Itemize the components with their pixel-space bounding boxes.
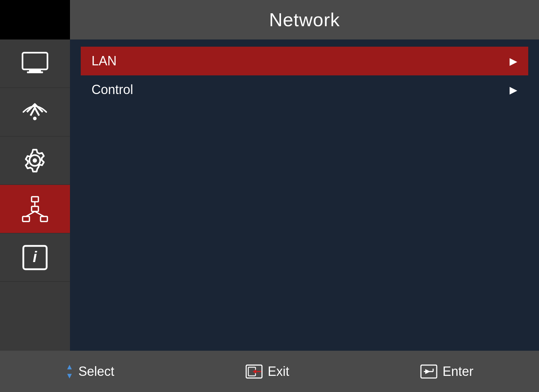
monitor-icon xyxy=(20,48,50,79)
select-action[interactable]: ▲ ▼ Select xyxy=(66,363,114,380)
svg-marker-17 xyxy=(253,369,256,374)
sidebar-item-signal[interactable] xyxy=(0,88,70,136)
svg-rect-3 xyxy=(23,53,47,69)
content-area: LAN ▶ Control ▶ xyxy=(70,39,539,351)
header-sidebar-spacer xyxy=(0,0,70,39)
svg-marker-20 xyxy=(425,369,430,374)
svg-rect-6 xyxy=(32,206,38,211)
sidebar: i xyxy=(0,39,70,351)
select-label: Select xyxy=(78,364,114,379)
svg-line-10 xyxy=(26,211,35,216)
sidebar-item-settings[interactable] xyxy=(0,136,70,185)
svg-point-4 xyxy=(33,117,37,120)
network-icon xyxy=(20,194,50,224)
svg-rect-5 xyxy=(32,197,38,202)
signal-icon xyxy=(20,97,50,127)
chevron-right-icon: ▶ xyxy=(510,55,517,67)
svg-text:i: i xyxy=(33,248,37,265)
exit-action[interactable]: Exit xyxy=(245,364,289,379)
svg-rect-2 xyxy=(27,71,43,73)
page-header: Network xyxy=(70,0,539,39)
menu-item-lan[interactable]: LAN ▶ xyxy=(81,47,528,75)
sidebar-item-network[interactable] xyxy=(0,185,70,233)
chevron-right-icon: ▶ xyxy=(510,84,517,96)
exit-icon xyxy=(245,364,263,379)
svg-rect-8 xyxy=(41,216,47,221)
enter-label: Enter xyxy=(442,364,473,379)
menu-item-control-label: Control xyxy=(92,82,133,97)
page-title: Network xyxy=(269,9,340,31)
svg-rect-7 xyxy=(23,216,29,221)
info-icon: i xyxy=(20,242,50,273)
sidebar-item-display[interactable] xyxy=(0,39,70,88)
svg-line-11 xyxy=(35,211,44,216)
exit-label: Exit xyxy=(268,364,289,379)
menu-item-lan-label: LAN xyxy=(92,53,117,69)
svg-rect-1 xyxy=(29,69,41,71)
bottom-bar: ▲ ▼ Select Exit Enter xyxy=(0,351,539,392)
enter-icon xyxy=(420,364,437,379)
enter-action[interactable]: Enter xyxy=(420,364,473,379)
sidebar-item-info[interactable]: i xyxy=(0,233,70,282)
gear-icon xyxy=(20,145,50,176)
menu-item-control[interactable]: Control ▶ xyxy=(81,75,528,104)
up-down-arrow-icon: ▲ ▼ xyxy=(66,363,74,380)
